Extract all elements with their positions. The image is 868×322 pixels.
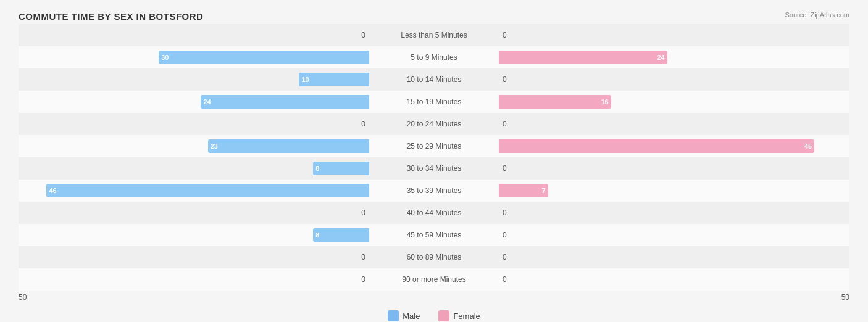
right-half: 24 — [434, 46, 849, 68]
female-value: 0 — [503, 75, 507, 84]
table-row: 8 45 to 59 Minutes 0 — [19, 224, 849, 246]
left-half: 23 — [19, 135, 434, 157]
female-value: 0 — [503, 164, 507, 173]
female-bar: 45 — [499, 139, 814, 153]
rows-wrapper: 0 Less than 5 Minutes 0 30 5 to 9 Minute… — [19, 24, 849, 291]
legend: Male Female — [19, 310, 849, 321]
table-row: 0 40 to 44 Minutes 0 — [19, 202, 849, 224]
male-value: 0 — [361, 208, 365, 217]
male-bar: 8 — [313, 162, 369, 175]
male-value: 0 — [361, 275, 365, 284]
male-value-inside: 8 — [315, 165, 319, 172]
male-value: 0 — [361, 120, 365, 128]
male-value-inside: 30 — [161, 54, 169, 61]
table-row: 0 60 to 89 Minutes 0 — [19, 246, 849, 268]
left-half: 10 — [19, 68, 434, 91]
male-value-inside: 46 — [49, 187, 56, 194]
right-half: 7 — [434, 180, 849, 202]
female-label: Female — [453, 312, 480, 321]
female-value: 0 — [503, 231, 507, 239]
female-value: 0 — [503, 31, 507, 39]
male-bar: 46 — [46, 184, 369, 197]
male-bar: 10 — [299, 73, 369, 86]
table-row: 46 35 to 39 Minutes 7 — [19, 180, 849, 202]
female-value-inside: 24 — [657, 54, 664, 61]
right-half: 45 — [434, 135, 849, 157]
table-row: 30 5 to 9 Minutes 24 — [19, 46, 849, 68]
chart-container: COMMUTE TIME BY SEX IN BOTSFORD Source: … — [0, 0, 868, 322]
table-row: 0 Less than 5 Minutes 0 — [19, 24, 849, 46]
table-row: 0 90 or more Minutes 0 — [19, 268, 849, 291]
female-color-box — [438, 310, 449, 321]
female-value: 0 — [503, 253, 507, 262]
male-value-inside: 23 — [211, 142, 218, 150]
right-half: 0 — [434, 68, 849, 91]
left-half: 8 — [19, 157, 434, 180]
left-half: 0 — [19, 268, 434, 291]
table-row: 23 25 to 29 Minutes 45 — [19, 135, 849, 157]
male-value: 0 — [361, 31, 365, 39]
female-value: 0 — [503, 120, 507, 128]
axis-right-label: 50 — [841, 293, 849, 302]
male-value-inside: 10 — [301, 76, 309, 83]
legend-female: Female — [438, 310, 480, 321]
male-value-inside: 24 — [203, 98, 211, 105]
left-half: 0 — [19, 24, 434, 46]
left-half: 0 — [19, 113, 434, 135]
chart-title: COMMUTE TIME BY SEX IN BOTSFORD — [19, 11, 849, 22]
male-bar: 8 — [313, 228, 369, 242]
axis-left-label: 50 — [19, 293, 27, 302]
female-bar: 16 — [499, 95, 611, 109]
right-half: 0 — [434, 202, 849, 224]
male-value-inside: 8 — [315, 231, 319, 239]
female-value-inside: 7 — [541, 187, 545, 194]
table-row: 8 30 to 34 Minutes 0 — [19, 157, 849, 180]
left-half: 8 — [19, 224, 434, 246]
male-label: Male — [403, 312, 420, 321]
right-half: 0 — [434, 268, 849, 291]
male-bar: 23 — [208, 139, 369, 153]
male-value: 0 — [361, 253, 365, 262]
right-half: 0 — [434, 246, 849, 268]
right-half: 0 — [434, 24, 849, 46]
right-half: 0 — [434, 113, 849, 135]
male-bar: 30 — [159, 51, 369, 64]
left-half: 30 — [19, 46, 434, 68]
male-color-box — [388, 310, 399, 321]
male-bar: 24 — [201, 95, 369, 109]
right-half: 0 — [434, 157, 849, 180]
female-value: 0 — [503, 275, 507, 284]
table-row: 0 20 to 24 Minutes 0 — [19, 113, 849, 135]
axis-row: 50 50 — [19, 293, 849, 305]
left-half: 24 — [19, 91, 434, 113]
left-half: 0 — [19, 202, 434, 224]
female-value: 0 — [503, 208, 507, 217]
table-row: 24 15 to 19 Minutes 16 — [19, 91, 849, 113]
right-half: 16 — [434, 91, 849, 113]
female-bar: 24 — [499, 51, 667, 64]
right-half: 0 — [434, 224, 849, 246]
female-value-inside: 16 — [601, 98, 609, 105]
female-bar: 7 — [499, 184, 548, 197]
left-half: 0 — [19, 246, 434, 268]
source-text: Source: ZipAtlas.com — [785, 11, 849, 19]
legend-male: Male — [388, 310, 420, 321]
female-value-inside: 45 — [804, 142, 812, 150]
left-half: 46 — [19, 180, 434, 202]
table-row: 10 10 to 14 Minutes 0 — [19, 68, 849, 91]
